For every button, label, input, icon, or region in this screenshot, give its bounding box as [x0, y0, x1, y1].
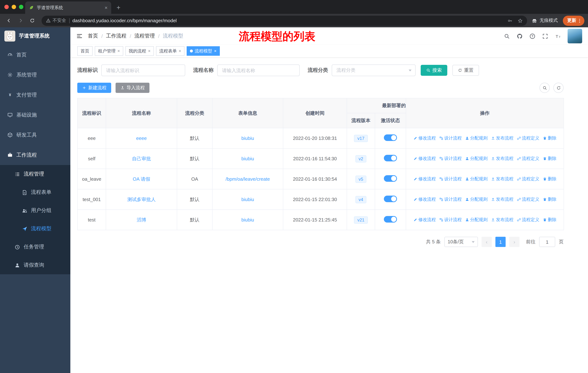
- font-size-icon[interactable]: TT: [555, 33, 561, 39]
- process-name-input[interactable]: [217, 64, 300, 76]
- page-1-button[interactable]: 1: [495, 237, 506, 247]
- action-delete-link[interactable]: 删除: [543, 217, 556, 223]
- process-name-link[interactable]: eeee: [136, 135, 147, 141]
- update-button[interactable]: 更新: [563, 15, 584, 26]
- forward-icon[interactable]: [15, 15, 26, 26]
- action-edit-link[interactable]: 修改流程: [413, 196, 436, 202]
- new-tab-button[interactable]: +: [113, 2, 124, 13]
- process-key-input[interactable]: [101, 64, 185, 76]
- create-process-button[interactable]: 新建流程: [77, 83, 111, 93]
- security-chip[interactable]: 不安全: [46, 18, 66, 24]
- action-definition-link[interactable]: 流程定义: [517, 135, 539, 141]
- process-name-link[interactable]: 测试多审批人: [127, 197, 156, 202]
- breadcrumb-workflow[interactable]: 工作流程: [106, 33, 126, 39]
- tag-我的流程[interactable]: 我的流程×: [126, 46, 154, 56]
- tab-close-icon[interactable]: ×: [105, 5, 107, 10]
- fullscreen-icon[interactable]: [542, 33, 548, 39]
- action-assign-link[interactable]: 分配规则: [465, 135, 488, 141]
- tag-首页[interactable]: 首页: [77, 46, 93, 56]
- refresh-table-button[interactable]: [553, 83, 564, 93]
- action-definition-link[interactable]: 流程定义: [517, 176, 539, 182]
- reset-button[interactable]: 重置: [452, 65, 479, 76]
- sidebar-item-task-mgmt[interactable]: 任务管理: [0, 238, 70, 256]
- logo-row[interactable]: 芋道管理系统: [0, 27, 70, 45]
- sidebar-item-user-group[interactable]: 用户分组: [0, 202, 70, 220]
- menu-dots-icon[interactable]: [577, 18, 582, 23]
- form-info-link[interactable]: biubiu: [241, 197, 254, 202]
- action-design-link[interactable]: 设计流程: [439, 156, 462, 162]
- active-toggle[interactable]: [384, 134, 397, 141]
- sidebar-item-infrastructure[interactable]: 基础设施: [0, 105, 70, 125]
- active-toggle[interactable]: [384, 155, 397, 161]
- action-design-link[interactable]: 设计流程: [439, 217, 462, 223]
- sidebar-item-process-mgmt[interactable]: 流程管理: [0, 165, 70, 183]
- action-publish-link[interactable]: 发布流程: [491, 176, 514, 182]
- action-edit-link[interactable]: 修改流程: [413, 176, 436, 182]
- process-name-link[interactable]: 滔博: [137, 217, 146, 222]
- breadcrumb-process-mgmt[interactable]: 流程管理: [135, 33, 155, 39]
- sidebar-item-devtools[interactable]: 研发工具: [0, 125, 70, 145]
- form-info-link[interactable]: biubiu: [241, 217, 254, 222]
- close-icon[interactable]: ×: [214, 49, 217, 53]
- process-name-link[interactable]: 自己审批: [132, 156, 151, 161]
- action-definition-link[interactable]: 流程定义: [517, 217, 539, 223]
- search-icon[interactable]: [504, 33, 510, 39]
- action-publish-link[interactable]: 发布流程: [491, 135, 514, 141]
- question-icon[interactable]: ?: [529, 33, 536, 39]
- active-toggle[interactable]: [384, 196, 397, 202]
- close-icon[interactable]: ×: [148, 49, 151, 53]
- process-name-link[interactable]: OA 请假: [133, 176, 150, 181]
- tag-租户管理[interactable]: 租户管理×: [95, 46, 123, 56]
- active-toggle[interactable]: [384, 175, 397, 182]
- import-process-button[interactable]: 导入流程: [116, 83, 149, 93]
- action-publish-link[interactable]: 发布流程: [491, 196, 514, 202]
- action-assign-link[interactable]: 分配规则: [465, 176, 488, 182]
- form-info-link[interactable]: biubiu: [241, 156, 254, 161]
- sidebar-item-home[interactable]: 首页: [0, 45, 70, 65]
- sidebar-item-process-form[interactable]: 流程表单: [0, 183, 70, 202]
- action-design-link[interactable]: 设计流程: [439, 196, 462, 202]
- category-select[interactable]: 流程分类: [332, 64, 416, 76]
- sidebar-item-leave-query[interactable]: 请假查询: [0, 256, 70, 274]
- action-design-link[interactable]: 设计流程: [439, 176, 462, 182]
- action-definition-link[interactable]: 流程定义: [517, 156, 539, 162]
- action-publish-link[interactable]: 发布流程: [491, 217, 514, 223]
- key-icon[interactable]: [507, 18, 513, 23]
- action-assign-link[interactable]: 分配规则: [465, 156, 488, 162]
- close-icon[interactable]: ×: [117, 49, 120, 53]
- active-toggle[interactable]: [384, 216, 397, 222]
- address-bar[interactable]: 不安全 dashboard.yudao.iocoder.cn/bpm/manag…: [42, 15, 527, 26]
- maximize-window-button[interactable]: [19, 5, 23, 9]
- action-assign-link[interactable]: 分配规则: [465, 217, 488, 223]
- form-info-link[interactable]: /bpm/oa/leave/create: [226, 176, 270, 182]
- action-assign-link[interactable]: 分配规则: [465, 196, 488, 202]
- page-size-select[interactable]: 10条/页: [444, 237, 478, 247]
- close-icon[interactable]: ×: [179, 49, 181, 53]
- form-info-link[interactable]: biubiu: [241, 135, 254, 141]
- star-icon[interactable]: [518, 18, 523, 23]
- action-delete-link[interactable]: 删除: [543, 176, 556, 182]
- breadcrumb-home[interactable]: 首页: [88, 33, 98, 39]
- toggle-search-button[interactable]: [539, 83, 550, 93]
- sidebar-item-workflow[interactable]: 工作流程: [0, 145, 70, 165]
- action-edit-link[interactable]: 修改流程: [413, 156, 436, 162]
- browser-tab[interactable]: 芋道管理系统 ×: [25, 1, 111, 14]
- action-delete-link[interactable]: 删除: [543, 156, 556, 162]
- sidebar-item-process-model[interactable]: 流程模型: [0, 220, 70, 238]
- action-design-link[interactable]: 设计流程: [439, 135, 462, 141]
- action-delete-link[interactable]: 删除: [543, 196, 556, 202]
- prev-page-button[interactable]: ‹: [482, 237, 492, 247]
- sidebar-item-system[interactable]: 系统管理: [0, 65, 70, 85]
- next-page-button[interactable]: ›: [509, 237, 519, 247]
- minimize-window-button[interactable]: [12, 5, 16, 9]
- reload-icon[interactable]: [27, 15, 37, 26]
- collapse-menu-icon[interactable]: [76, 33, 83, 39]
- action-edit-link[interactable]: 修改流程: [413, 135, 436, 141]
- action-delete-link[interactable]: 删除: [543, 135, 556, 141]
- action-publish-link[interactable]: 发布流程: [491, 156, 514, 162]
- back-icon[interactable]: [4, 15, 14, 26]
- close-window-button[interactable]: [4, 5, 9, 9]
- sidebar-item-payment[interactable]: ¥支付管理: [0, 85, 70, 105]
- avatar[interactable]: [567, 29, 582, 43]
- github-icon[interactable]: [516, 33, 523, 39]
